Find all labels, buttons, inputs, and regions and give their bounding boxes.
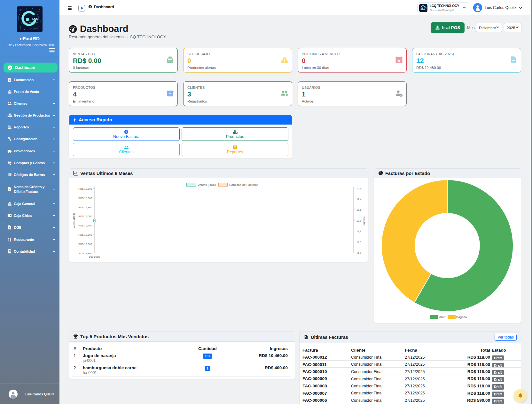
svg-text:11,6: 11,6 xyxy=(356,241,362,244)
svg-text:12,2: 12,2 xyxy=(356,209,362,211)
svg-text:Ventas (RD$): Ventas (RD$) xyxy=(198,183,216,187)
svg-text:RD$ 12,000: RD$ 12,000 xyxy=(78,243,92,246)
svg-text:11,8: 11,8 xyxy=(356,230,362,233)
svg-text:11,4: 11,4 xyxy=(356,252,362,255)
svg-text:draft: draft xyxy=(439,315,446,319)
svg-text:Dec 2025: Dec 2025 xyxy=(89,255,100,258)
svg-text:Pagada: Pagada xyxy=(456,315,467,319)
svg-text:LCQ: LCQ xyxy=(424,7,426,9)
svg-text:RD$ 12,200: RD$ 12,200 xyxy=(78,233,92,236)
svg-text:LCQ: LCQ xyxy=(32,17,38,20)
svg-text:RD$ 12,600: RD$ 12,600 xyxy=(78,215,92,218)
svg-text:RD$ 12,800: RD$ 12,800 xyxy=(78,206,92,209)
svg-text:RD$ 13,200: RD$ 13,200 xyxy=(78,187,92,190)
svg-text:Cantidad de Facturas: Cantidad de Facturas xyxy=(229,183,258,187)
svg-text:TECHNOLOGY: TECHNOLOGY xyxy=(28,22,39,23)
svg-text:RD$ 13,000: RD$ 13,000 xyxy=(78,197,92,200)
svg-text:12,0: 12,0 xyxy=(356,219,362,222)
svg-text:Ventas (RD$): Ventas (RD$) xyxy=(73,213,75,228)
svg-text:RD$ 11,800: RD$ 11,800 xyxy=(79,252,92,255)
svg-text:Facturas: Facturas xyxy=(363,216,366,225)
svg-text:12,4: 12,4 xyxy=(356,198,362,201)
svg-text:RD$ 12,400: RD$ 12,400 xyxy=(78,224,92,227)
svg-text:12,6: 12,6 xyxy=(356,187,362,190)
